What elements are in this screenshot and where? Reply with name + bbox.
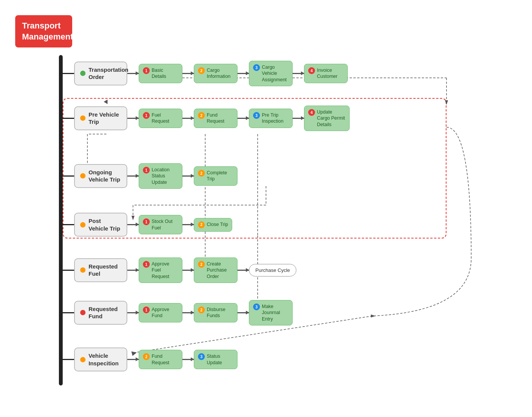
arrow	[127, 175, 139, 177]
title-box: Transport Management	[15, 15, 72, 47]
badge-2: 2	[198, 67, 205, 74]
badge-4: 4	[308, 109, 315, 116]
step-location-status-update[interactable]: 1 Location Status Update	[139, 163, 182, 189]
step-label: Cargo Information	[207, 67, 233, 80]
step-status-update[interactable]: 3 Status Update	[194, 350, 238, 369]
badge-2: 2	[198, 170, 205, 177]
dot-orange	[80, 222, 86, 227]
badge-1: 1	[143, 167, 150, 174]
step-label: Fuel Request	[152, 112, 178, 125]
step-approve-fund[interactable]: 1 Approve Fund	[139, 303, 182, 322]
arrow	[127, 224, 139, 225]
row-post-vehicle-trip: Post Vehicle Trip 1 Stock Out Fuel 2 Clo…	[59, 213, 232, 237]
step-label: Approve Fund	[152, 306, 178, 319]
row-requested-fund: Requested Fund 1 Approve Fund 2 Disburse…	[59, 300, 293, 325]
step-pre-trip-inspection[interactable]: 3 Pre Trip Inspection	[249, 109, 293, 128]
row-requested-fuel: Requested Fuel 1 Approve Fuel Request 2 …	[59, 257, 296, 283]
title-line1: Transport	[22, 21, 60, 30]
step-complete-trip[interactable]: 2 Complete Trip	[194, 166, 238, 186]
dot-orange	[80, 357, 86, 362]
state-label: Ongoing Vehicle Trip	[89, 169, 121, 183]
step-approve-fuel-request[interactable]: 1 Approve Fuel Request	[139, 257, 182, 283]
badge-1: 1	[143, 112, 150, 119]
oval-label: Purchase Cycle	[255, 267, 290, 273]
step-fund-request-inspection[interactable]: 2 Fund Request	[139, 350, 182, 369]
state-label: Vehicle Inspecition	[89, 352, 121, 367]
purchase-cycle-oval[interactable]: Purchase Cycle	[249, 264, 296, 276]
badge-2: 2	[198, 306, 205, 313]
step-label: Location Status Update	[152, 167, 178, 185]
arrow	[182, 270, 194, 271]
svg-marker-16	[371, 314, 375, 317]
step-fuel-request[interactable]: 1 Fuel Request	[139, 109, 182, 128]
connector-3	[59, 175, 74, 177]
step-update-cargo-permit[interactable]: 4 Update Cargo Permit Details	[304, 106, 350, 131]
arrow	[238, 270, 249, 271]
connector-7	[59, 359, 74, 360]
state-transportation-order: Transportation Order	[74, 62, 127, 85]
step-invoice-customer[interactable]: 4 Invoice Customer	[304, 64, 348, 83]
arrow	[127, 359, 139, 360]
dot-green	[80, 71, 86, 76]
dot-orange	[80, 267, 86, 273]
arrow	[293, 73, 304, 74]
step-basic-details[interactable]: 1 Basic Details	[139, 64, 182, 83]
step-label: Invoice Customer	[317, 67, 344, 80]
title-line2: Management	[22, 32, 73, 41]
row-ongoing-vehicle-trip: Ongoing Vehicle Trip 1 Location Status U…	[59, 163, 238, 189]
badge-2: 2	[198, 221, 205, 228]
badge-1: 1	[143, 67, 150, 74]
badge-3: 3	[198, 353, 205, 360]
arrow	[182, 175, 194, 177]
dot-red	[80, 310, 86, 315]
state-requested-fuel: Requested Fuel	[74, 258, 127, 282]
state-label: Transportation Order	[89, 66, 128, 81]
badge-4: 4	[308, 67, 315, 74]
arrow	[127, 73, 139, 74]
state-vehicle-inspection: Vehicle Inspecition	[74, 348, 127, 371]
step-label: Disburse Funds	[207, 306, 233, 319]
step-cargo-information[interactable]: 2 Cargo Information	[194, 64, 238, 83]
badge-1: 1	[143, 306, 150, 313]
state-label: Requested Fuel	[89, 263, 121, 278]
dot-orange	[80, 173, 86, 178]
badge-1: 1	[143, 261, 150, 268]
arrow	[238, 312, 249, 313]
badge-3: 3	[253, 64, 260, 71]
state-ongoing-vehicle-trip: Ongoing Vehicle Trip	[74, 164, 127, 188]
dot-orange	[80, 115, 86, 121]
step-label: Fund Request	[152, 353, 178, 366]
badge-2: 2	[198, 261, 205, 268]
badge-1: 1	[143, 218, 150, 225]
state-post-vehicle-trip: Post Vehicle Trip	[74, 213, 127, 237]
step-fund-request-pre[interactable]: 2 Fund Request	[194, 109, 238, 128]
step-label: Pre Trip Inspection	[262, 112, 288, 125]
step-cargo-vehicle-assignment[interactable]: 3 Cargo Vehicle Assignment	[249, 61, 293, 86]
arrow	[293, 118, 304, 119]
arrow	[182, 312, 194, 313]
badge-2: 2	[143, 353, 150, 360]
step-create-purchase-order[interactable]: 2 Create Purchase Order	[194, 257, 238, 283]
step-disburse-funds[interactable]: 2 Disburse Funds	[194, 303, 238, 322]
arrow	[127, 312, 139, 313]
step-label: Create Purchase Order	[207, 261, 233, 280]
step-label: Update Cargo Permit Details	[317, 109, 345, 128]
step-make-journal-entry[interactable]: 3 Make Jounrnal Entry	[249, 300, 293, 325]
badge-2: 2	[198, 112, 205, 119]
step-close-trip[interactable]: 2 Close Trip	[194, 218, 232, 232]
arrow	[182, 359, 194, 360]
step-label: Approve Fuel Request	[152, 261, 178, 280]
state-label: Requested Fund	[89, 305, 121, 320]
step-label: Close Trip	[207, 221, 228, 227]
row-vehicle-inspection: Vehicle Inspecition 2 Fund Request 3 Sta…	[59, 348, 238, 371]
step-label: Basic Details	[152, 67, 178, 80]
state-label: Pre Vehicle Trip	[89, 111, 121, 126]
connector-6	[59, 312, 74, 313]
arrow	[182, 118, 194, 119]
state-label: Post Vehicle Trip	[89, 217, 121, 232]
arrow	[127, 118, 139, 119]
connector-1	[59, 73, 74, 74]
step-label: Fund Request	[207, 112, 233, 125]
step-stock-out-fuel[interactable]: 1 Stock Out Fuel	[139, 215, 182, 234]
arrow	[127, 270, 139, 271]
